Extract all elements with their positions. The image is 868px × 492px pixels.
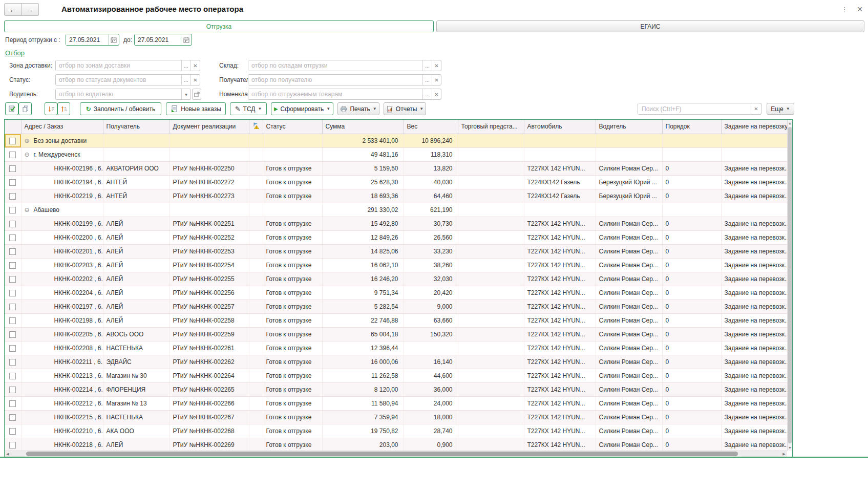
table-row[interactable]: НКНК-002208 , 6... НАСТЕНЬКА РТиУ №НКНК-… bbox=[5, 341, 787, 355]
table-row[interactable]: НКНК-002200 , 6... АЛЕЙ РТиУ №НКНК-00225… bbox=[5, 230, 787, 244]
row-checkbox[interactable] bbox=[9, 442, 16, 448]
filter-section-link[interactable]: Отбор bbox=[5, 49, 25, 57]
table-row[interactable]: НКНК-002198 , 6... АЛЕЙ РТиУ №НКНК-00225… bbox=[5, 313, 787, 327]
filter-sklad-clear-button[interactable]: ✕ bbox=[432, 60, 441, 71]
filter-driver-input[interactable] bbox=[56, 89, 181, 99]
generate-button[interactable]: ▶ Сформировать ▼ bbox=[271, 102, 333, 115]
column-header-sum[interactable]: Сумма bbox=[322, 120, 404, 134]
calendar-button-to[interactable] bbox=[181, 34, 192, 45]
filter-status-input[interactable] bbox=[56, 75, 181, 85]
row-checkbox[interactable] bbox=[9, 138, 16, 144]
scroll-right-icon[interactable]: ▶ bbox=[781, 451, 787, 457]
table-row[interactable]: НКНК-002212 , 6... Магазин № 13 РТиУ №НК… bbox=[5, 396, 787, 410]
table-row[interactable]: НКНК-002194 , 6... АНТЕЙ РТиУ №НКНК-0022… bbox=[5, 175, 787, 189]
column-header-checkbox[interactable] bbox=[5, 120, 21, 134]
row-checkbox[interactable] bbox=[9, 290, 16, 296]
filter-recipient-clear-button[interactable]: ✕ bbox=[432, 75, 441, 85]
column-header-address[interactable]: Адрес / Заказ bbox=[21, 120, 103, 134]
row-checkbox[interactable] bbox=[9, 207, 16, 213]
row-checkbox[interactable] bbox=[9, 400, 16, 407]
expand-icon[interactable]: ⊖ bbox=[25, 206, 34, 213]
window-menu-button[interactable]: ⋮ bbox=[839, 4, 850, 14]
scroll-left-icon[interactable]: ◀ bbox=[5, 451, 11, 457]
filter-status-ellipsis-button[interactable]: ... bbox=[181, 75, 190, 85]
filter-driver-dropdown-button[interactable]: ▾ bbox=[181, 89, 190, 99]
table-row[interactable]: НКНК-002210 , 6... АКА ООО РТиУ №НКНК-00… bbox=[5, 424, 787, 438]
check-all-button[interactable] bbox=[5, 102, 18, 115]
column-header-status[interactable]: Статус bbox=[263, 120, 322, 134]
column-header-driver[interactable]: Водитель bbox=[596, 120, 662, 134]
table-row[interactable]: НКНК-002215 , 6... НАСТЕНЬКА РТиУ №НКНК-… bbox=[5, 410, 787, 424]
reports-button[interactable]: Отчеты ▼ bbox=[384, 102, 426, 115]
filter-recipient-ellipsis-button[interactable]: ... bbox=[422, 75, 432, 85]
column-header-trade-rep[interactable]: Торговый предста... bbox=[458, 120, 524, 134]
row-checkbox[interactable] bbox=[9, 304, 16, 310]
row-checkbox[interactable] bbox=[9, 373, 16, 379]
row-checkbox[interactable] bbox=[9, 248, 16, 255]
column-header-order[interactable]: Порядок bbox=[662, 120, 721, 134]
row-checkbox[interactable] bbox=[9, 359, 16, 366]
row-checkbox[interactable] bbox=[9, 414, 16, 421]
table-row[interactable]: ⊖г. Междуреченск 49 481,16 118,310 bbox=[5, 147, 787, 161]
filter-recipient-input[interactable] bbox=[248, 75, 422, 85]
filter-nomenclature-ellipsis-button[interactable]: ... bbox=[422, 89, 432, 99]
tab-egais[interactable]: ЕГАИС bbox=[436, 20, 864, 32]
table-row[interactable]: НКНК-002211 , 6... ЭДВАЙС РТиУ №НКНК-002… bbox=[5, 355, 787, 369]
column-header-doc[interactable]: Документ реализации bbox=[170, 120, 249, 134]
sort-ascending-button[interactable] bbox=[57, 102, 70, 115]
uncheck-all-button[interactable] bbox=[18, 102, 32, 115]
fill-refresh-button[interactable]: ↻ Заполнить / обновить bbox=[80, 102, 161, 115]
filter-zone-clear-button[interactable]: ✕ bbox=[190, 60, 200, 71]
print-button[interactable]: Печать ▼ bbox=[337, 102, 379, 115]
row-checkbox[interactable] bbox=[9, 428, 16, 435]
table-row[interactable]: НКНК-002199 , 6... АЛЕЙ РТиУ №НКНК-00225… bbox=[5, 217, 787, 230]
scroll-down-icon[interactable]: ▼ bbox=[788, 444, 792, 451]
back-button[interactable]: ← bbox=[4, 3, 22, 16]
filter-sklad-input[interactable] bbox=[248, 60, 422, 71]
sort-descending-button[interactable] bbox=[45, 102, 57, 115]
row-checkbox[interactable] bbox=[9, 179, 16, 186]
table-row[interactable]: НКНК-002201 , 6... АЛЕЙ РТиУ №НКНК-00225… bbox=[5, 244, 787, 258]
period-to-input[interactable] bbox=[135, 34, 181, 45]
row-checkbox[interactable] bbox=[9, 234, 16, 241]
table-row[interactable]: НКНК-002203 , 6... АЛЕЙ РТиУ №НКНК-00225… bbox=[5, 258, 787, 272]
tab-otgruzka[interactable]: Отгрузка bbox=[4, 20, 434, 32]
filter-driver-open-button[interactable] bbox=[192, 89, 201, 100]
horizontal-scrollbar[interactable]: ◀ ▶ bbox=[5, 451, 787, 457]
table-row[interactable]: НКНК-002218 , 6... АЛЕЙ РТиУ №НКНК-00226… bbox=[5, 438, 787, 451]
row-checkbox[interactable] bbox=[9, 262, 16, 269]
table-row[interactable]: НКНК-002214 , 6... ФЛОРЕНЦИЯ РТиУ №НКНК-… bbox=[5, 382, 787, 396]
row-checkbox[interactable] bbox=[9, 276, 16, 283]
table-row[interactable]: ⊕Без зоны доставки 2 533 401,00 10 896,2… bbox=[5, 134, 787, 147]
tsd-button[interactable]: ✎ ТСД ▼ bbox=[230, 102, 267, 115]
new-orders-button[interactable]: Новые заказы bbox=[166, 102, 226, 115]
row-checkbox[interactable] bbox=[9, 165, 16, 172]
row-checkbox[interactable] bbox=[9, 193, 16, 200]
row-checkbox[interactable] bbox=[9, 152, 16, 158]
table-row[interactable]: НКНК-002204 , 6... АЛЕЙ РТиУ №НКНК-00225… bbox=[5, 286, 787, 300]
column-header-weight[interactable]: Вес bbox=[404, 120, 458, 134]
filter-zone-ellipsis-button[interactable]: ... bbox=[181, 60, 190, 71]
column-header-flag[interactable] bbox=[249, 120, 263, 134]
row-checkbox[interactable] bbox=[9, 345, 16, 352]
table-row[interactable]: НКНК-002205 , 6... АВОСЬ ООО РТиУ №НКНК-… bbox=[5, 327, 787, 341]
filter-nomenclature-input[interactable] bbox=[248, 89, 422, 99]
search-input[interactable] bbox=[638, 103, 751, 114]
more-button[interactable]: Еще ▼ bbox=[767, 103, 794, 115]
vertical-scrollbar[interactable]: ▲ ▼ bbox=[787, 120, 792, 451]
filter-sklad-ellipsis-button[interactable]: ... bbox=[422, 60, 432, 71]
column-header-task[interactable]: Задание на перевозку bbox=[721, 120, 787, 134]
window-close-button[interactable]: ✕ bbox=[854, 4, 865, 14]
horizontal-scroll-thumb[interactable] bbox=[26, 452, 738, 456]
column-header-recipient[interactable]: Получатель bbox=[103, 120, 170, 134]
filter-nomenclature-clear-button[interactable]: ✕ bbox=[432, 89, 441, 99]
table-row[interactable]: НКНК-002196 , 6... АКВАТОРИЯ ООО РТиУ №Н… bbox=[5, 161, 787, 175]
row-checkbox[interactable] bbox=[9, 317, 16, 324]
calendar-button-from[interactable] bbox=[108, 34, 119, 45]
table-row[interactable]: НКНК-002202 , 6... АЛЕЙ РТиУ №НКНК-00225… bbox=[5, 272, 787, 286]
expand-icon[interactable]: ⊕ bbox=[25, 137, 34, 144]
filter-status-clear-button[interactable]: ✕ bbox=[190, 75, 200, 85]
vertical-scroll-thumb[interactable] bbox=[788, 127, 792, 443]
row-checkbox[interactable] bbox=[9, 387, 16, 393]
table-row[interactable]: ⊖Абашево 291 330,02 621,190 bbox=[5, 203, 787, 217]
